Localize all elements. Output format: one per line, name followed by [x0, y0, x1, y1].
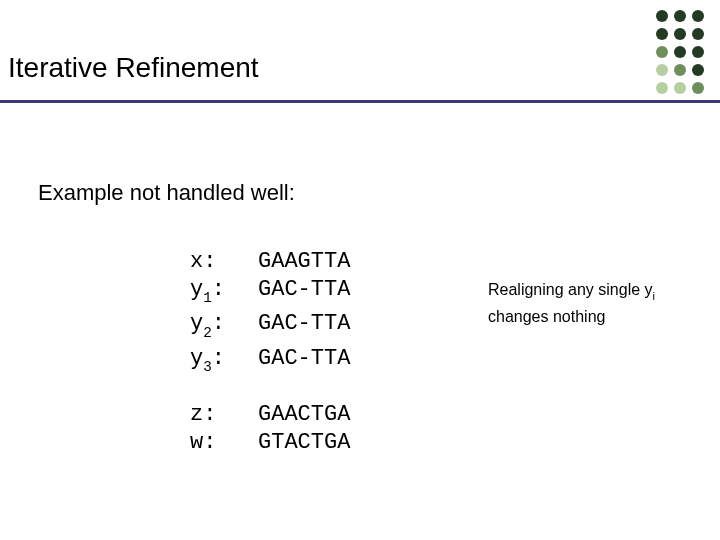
- decor-dot: [674, 10, 686, 22]
- side-note: Realigning any single yi changes nothing: [488, 279, 698, 327]
- alignment-row: y1:GAC-TTA: [190, 276, 350, 310]
- alignment-sequence: GAC-TTA: [258, 310, 350, 344]
- decor-dot: [656, 64, 668, 76]
- example-subheading: Example not handled well:: [38, 180, 295, 206]
- side-note-sub-i: i: [653, 290, 656, 302]
- decor-dot: [656, 82, 668, 94]
- alignment-row: y3:GAC-TTA: [190, 345, 350, 379]
- decor-dot: [656, 46, 668, 58]
- title-rule: [0, 100, 720, 103]
- page-title: Iterative Refinement: [8, 52, 259, 84]
- decor-dot: [692, 46, 704, 58]
- decor-dot: [692, 10, 704, 22]
- alignment-row: y2:GAC-TTA: [190, 310, 350, 344]
- decor-dot: [692, 64, 704, 76]
- alignment-label: y1:: [190, 276, 258, 310]
- alignment-sequence: GAC-TTA: [258, 345, 350, 379]
- decor-dot: [692, 82, 704, 94]
- side-note-line2: changes nothing: [488, 308, 605, 325]
- decor-dot: [656, 10, 668, 22]
- decor-dot: [656, 28, 668, 40]
- alignment-row: z:GAACTGA: [190, 401, 350, 429]
- alignment-sequence: GAAGTTA: [258, 248, 350, 276]
- alignment-sequence: GTACTGA: [258, 429, 350, 457]
- alignment-sequence: GAC-TTA: [258, 276, 350, 310]
- alignment-label: x:: [190, 248, 258, 276]
- alignment-row: w:GTACTGA: [190, 429, 350, 457]
- side-note-line1-pre: Realigning any single y: [488, 281, 653, 298]
- alignment-sequence: GAACTGA: [258, 401, 350, 429]
- alignment-label: y2:: [190, 310, 258, 344]
- decor-dot: [692, 28, 704, 40]
- alignment-gap: [190, 379, 350, 401]
- corner-dots-decoration: [656, 10, 704, 94]
- alignment-label: z:: [190, 401, 258, 429]
- decor-dot: [674, 64, 686, 76]
- decor-dot: [674, 82, 686, 94]
- alignment-row: x:GAAGTTA: [190, 248, 350, 276]
- alignment-block: x:GAAGTTAy1:GAC-TTAy2:GAC-TTAy3:GAC-TTAz…: [190, 248, 350, 457]
- alignment-label: w:: [190, 429, 258, 457]
- slide: { "title": "Iterative Refinement", "subh…: [0, 0, 720, 540]
- alignment-label: y3:: [190, 345, 258, 379]
- decor-dot: [674, 28, 686, 40]
- decor-dot: [674, 46, 686, 58]
